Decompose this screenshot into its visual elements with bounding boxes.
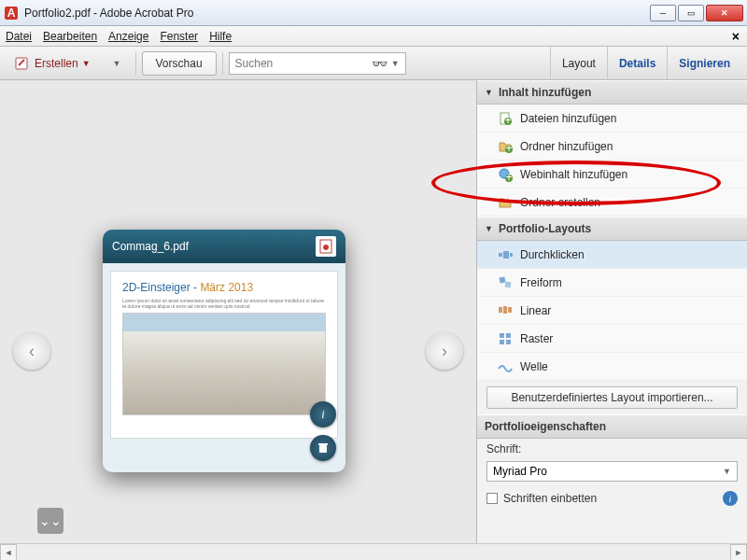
menu-anzeige[interactable]: Anzeige	[108, 30, 148, 43]
clickthrough-icon	[498, 247, 513, 262]
expand-button[interactable]: ⌄⌄	[37, 508, 63, 534]
layout-label: Welle	[520, 360, 548, 373]
layout-label: Linear	[520, 304, 551, 317]
card-delete-button[interactable]	[310, 435, 336, 461]
minimize-button[interactable]: ─	[650, 5, 676, 21]
signieren-tab[interactable]: Signieren	[667, 47, 741, 80]
separator	[222, 52, 223, 75]
folder-new-icon	[498, 195, 513, 210]
pdf-icon	[316, 236, 336, 257]
details-tab[interactable]: Details	[607, 47, 667, 80]
layout-tab[interactable]: Layout	[550, 47, 607, 80]
freeform-icon	[498, 275, 513, 290]
globe-add-icon: +	[498, 167, 513, 182]
toolbar: Erstellen ▼ ▼ Vorschau Suchen 👓 ▼ Layout…	[0, 47, 747, 80]
scroll-left-button[interactable]: ◄	[0, 544, 17, 561]
inhalt-header[interactable]: ▼Inhalt hinzufügen	[477, 80, 747, 105]
svg-rect-23	[506, 333, 511, 338]
chevron-down-icon: ▼	[723, 467, 731, 476]
card-info-button[interactable]: i	[310, 401, 336, 427]
menu-datei[interactable]: Datei	[6, 30, 32, 43]
close-button[interactable]: ✕	[706, 5, 743, 21]
svg-text:+: +	[505, 142, 512, 154]
embed-fonts-row: Schriften einbetten i	[477, 487, 747, 510]
doc-image	[122, 313, 326, 415]
add-files-label: Dateien hinzufügen	[520, 112, 616, 125]
create-button[interactable]: Erstellen ▼	[6, 51, 99, 76]
add-web-item[interactable]: + Webinhalt hinzufügen	[477, 161, 747, 189]
doc-title: 2D-Einsteiger - März 2013	[122, 281, 326, 294]
add-files-item[interactable]: + Dateien hinzufügen	[477, 105, 747, 133]
svg-rect-17	[500, 276, 506, 283]
layout-label: Durchklicken	[520, 248, 585, 261]
svg-rect-14	[499, 253, 502, 257]
scroll-right-button[interactable]: ►	[730, 544, 747, 561]
add-folder-label: Ordner hinzufügen	[520, 140, 613, 153]
grid-icon	[498, 331, 513, 346]
svg-rect-19	[499, 307, 502, 313]
create-folder-label: Ordner erstellen	[520, 196, 600, 209]
schrift-label-row: Schrift:	[477, 439, 747, 459]
file-add-icon: +	[498, 111, 513, 126]
card-filename: Commag_6.pdf	[112, 240, 189, 253]
schrift-label: Schrift:	[486, 442, 521, 455]
svg-text:+: +	[504, 114, 511, 126]
binoculars-icon[interactable]: 👓	[372, 56, 388, 71]
menu-bearbeiten[interactable]: Bearbeiten	[43, 30, 97, 43]
menu-fenster[interactable]: Fenster	[160, 30, 198, 43]
layout-freiform[interactable]: Freiform	[477, 269, 747, 297]
toolbar-dropdown[interactable]: ▼	[105, 51, 130, 76]
svg-rect-21	[508, 307, 512, 313]
embed-fonts-checkbox[interactable]	[486, 493, 498, 504]
import-layout-button[interactable]: Benutzerdefiniertes Layout importieren..…	[486, 386, 738, 409]
doc-close-button[interactable]: ×	[732, 29, 740, 44]
info-icon[interactable]: i	[723, 491, 738, 506]
pdf-app-icon: A	[4, 6, 19, 21]
svg-rect-25	[506, 340, 511, 344]
layouts-header[interactable]: ▼Portfolio-Layouts	[477, 217, 747, 241]
layout-label: Raster	[520, 332, 553, 345]
search-placeholder: Suchen	[235, 57, 274, 70]
card-header: Commag_6.pdf	[103, 230, 345, 263]
svg-rect-20	[503, 306, 507, 314]
right-panel: ▼Inhalt hinzufügen + Dateien hinzufügen …	[476, 80, 747, 543]
search-input[interactable]: Suchen 👓 ▼	[229, 52, 406, 75]
wave-icon	[498, 359, 513, 374]
maximize-button[interactable]: ▭	[678, 5, 704, 21]
linear-icon	[498, 303, 513, 318]
svg-rect-5	[318, 443, 328, 445]
layout-label: Freiform	[520, 276, 562, 289]
portfolio-canvas[interactable]: ‹ › ⌄⌄ Commag_6.pdf 2D-Einsteiger - März…	[0, 80, 476, 543]
svg-rect-16	[510, 253, 513, 257]
svg-rect-4	[319, 445, 327, 453]
layout-welle[interactable]: Welle	[477, 353, 747, 381]
chevron-down-icon[interactable]: ▼	[391, 59, 400, 68]
layout-linear[interactable]: Linear	[477, 297, 747, 325]
add-web-label: Webinhalt hinzufügen	[520, 168, 627, 181]
menu-hilfe[interactable]: Hilfe	[209, 30, 232, 43]
create-folder-item[interactable]: Ordner erstellen	[477, 189, 747, 217]
portfolio-card[interactable]: Commag_6.pdf 2D-Einsteiger - März 2013 L…	[103, 230, 345, 472]
svg-rect-24	[500, 340, 504, 344]
embed-fonts-label: Schriften einbetten	[503, 492, 597, 505]
svg-rect-15	[503, 251, 509, 259]
add-folder-item[interactable]: + Ordner hinzufügen	[477, 133, 747, 161]
create-label: Erstellen	[35, 57, 78, 70]
scroll-track[interactable]	[17, 544, 730, 561]
font-value: Myriad Pro	[493, 465, 547, 478]
chevron-down-icon: ▼	[82, 59, 91, 68]
props-header[interactable]: Portfolioeigenschaften	[477, 414, 747, 439]
caret-down-icon: ▼	[485, 88, 493, 97]
layout-durchklicken[interactable]: Durchklicken	[477, 241, 747, 269]
preview-button[interactable]: Vorschau	[142, 51, 217, 76]
font-select[interactable]: Myriad Pro ▼	[486, 461, 738, 482]
horizontal-scrollbar[interactable]: ◄ ►	[0, 543, 747, 560]
caret-down-icon: ▼	[485, 224, 493, 233]
doc-body-text: Lorem ipsum dolor sit amet consectetur a…	[122, 298, 326, 309]
layout-raster[interactable]: Raster	[477, 325, 747, 353]
svg-text:A: A	[7, 7, 16, 20]
card-preview: 2D-Einsteiger - März 2013 Lorem ipsum do…	[110, 271, 338, 439]
next-button[interactable]: ›	[426, 332, 463, 370]
prev-button[interactable]: ‹	[13, 332, 50, 370]
svg-rect-18	[505, 281, 512, 287]
